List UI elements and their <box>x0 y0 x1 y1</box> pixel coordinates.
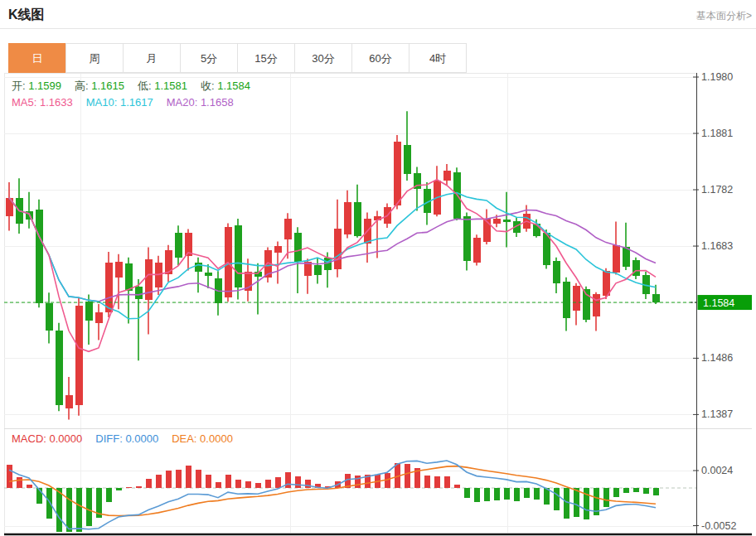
macd-histogram-bar <box>136 486 142 488</box>
macd-histogram-bar <box>295 476 301 488</box>
candle-up <box>65 395 73 408</box>
candle-up <box>115 262 123 278</box>
candle-down <box>553 261 560 283</box>
macd-histogram-bar <box>265 480 271 488</box>
macd-histogram-bar <box>206 475 211 488</box>
ma-info-row: MA5: 1.1633MA10: 1.1617MA20: 1.1658 <box>12 96 247 109</box>
macd-histogram-bar <box>176 470 182 488</box>
candle-down <box>125 263 133 290</box>
macd-histogram-bar <box>27 485 32 488</box>
macd-histogram-bar <box>584 488 589 519</box>
candle-down <box>205 273 212 276</box>
macd-histogram-bar <box>544 488 550 505</box>
macd-histogram-bar <box>534 488 540 500</box>
candle-up <box>613 245 620 272</box>
candle-up <box>443 171 451 181</box>
info-item: MA5: 1.1633 <box>12 96 73 109</box>
macd-histogram-bar <box>166 471 172 488</box>
candle-up <box>573 286 580 311</box>
candle-down <box>294 233 302 262</box>
macd-histogram-bar <box>235 480 241 488</box>
macd-histogram-bar <box>186 466 191 488</box>
candle-down <box>314 265 322 275</box>
macd-histogram-bar <box>76 488 82 532</box>
candle-up <box>284 219 292 239</box>
macd-histogram-bar <box>564 488 569 519</box>
macd-histogram-bar <box>474 488 480 502</box>
info-item: DIFF: 0.0000 <box>95 432 158 445</box>
kline-page: { "header": { "title": "K线图", "analysis_… <box>0 0 756 536</box>
candle-up <box>274 246 282 253</box>
candle-down <box>56 331 63 406</box>
candle-down <box>46 303 53 330</box>
candle-down <box>135 287 143 299</box>
macd-histogram-bar <box>146 479 152 488</box>
macd-histogram-bar <box>255 483 261 488</box>
candle-up <box>334 229 342 268</box>
info-item: 高: 1.1615 <box>75 80 124 92</box>
macd-info-row: MACD: 0.0000DIFF: 0.0000DEA: 0.0000 <box>12 432 246 445</box>
candle-down <box>235 225 242 288</box>
axis-tick-label: 1.1387 <box>701 408 733 420</box>
macd-histogram-bar <box>275 477 281 488</box>
macd-histogram-bar <box>305 480 311 488</box>
info-item: MA20: 1.1658 <box>167 96 234 109</box>
candle-up <box>473 238 481 263</box>
candle-up <box>75 306 83 405</box>
info-item: MA10: 1.1617 <box>86 96 153 109</box>
macd-histogram-bar <box>126 487 132 488</box>
candle-up <box>593 294 600 316</box>
candle-up <box>145 259 153 300</box>
macd-histogram-bar <box>86 488 92 526</box>
axis-tick-label: 1.1683 <box>701 240 733 252</box>
macd-histogram-bar <box>514 488 520 501</box>
macd-histogram-bar <box>434 476 440 488</box>
macd-histogram-bar <box>464 488 470 498</box>
candle-down <box>195 263 202 272</box>
macd-histogram-bar <box>216 482 221 488</box>
macd-histogram-bar <box>7 465 12 488</box>
candle-up <box>105 263 113 312</box>
candle-down <box>463 216 471 261</box>
candle-up <box>394 142 401 206</box>
info-item: 开: 1.1599 <box>12 80 61 92</box>
candle-down <box>404 145 411 173</box>
macd-histogram-bar <box>444 476 450 488</box>
macd-histogram-bar <box>504 488 510 500</box>
macd-histogram-bar <box>245 481 251 488</box>
axis-tick-label: 1.1782 <box>701 184 733 196</box>
macd-histogram-bar <box>643 488 649 494</box>
macd-histogram-bar <box>156 475 162 488</box>
axis-tick-label: 1.1881 <box>701 128 733 139</box>
macd-histogram-bar <box>494 488 500 500</box>
macd-histogram-bar <box>633 488 639 492</box>
macd-histogram-bar <box>603 488 609 507</box>
macd-histogram-bar <box>574 488 579 517</box>
macd-histogram-bar <box>66 488 72 532</box>
ohlc-info-row: 开: 1.1599高: 1.1615低: 1.1581收: 1.1584 <box>12 79 264 94</box>
candle-up <box>603 271 610 296</box>
macd-histogram-bar <box>484 488 490 501</box>
axis-tick-label: 1.1486 <box>701 352 733 364</box>
macd-histogram-bar <box>405 464 410 488</box>
candle-down <box>563 282 570 318</box>
macd-histogram-bar <box>653 488 659 495</box>
candle-down <box>85 302 93 321</box>
macd-histogram-bar <box>196 470 201 488</box>
candle-down <box>503 220 511 222</box>
candle-down <box>36 210 43 303</box>
candle-down <box>652 294 660 302</box>
candle-down <box>175 233 182 258</box>
macd-histogram-bar <box>17 477 22 488</box>
macd-histogram-bar <box>355 476 361 488</box>
macd-histogram-bar <box>225 475 231 488</box>
macd-histogram-bar <box>106 488 112 502</box>
candle-up <box>344 202 351 234</box>
axis-tick-label: 1.1980 <box>701 71 733 83</box>
macd-histogram-bar <box>554 488 560 510</box>
macd-histogram-bar <box>454 485 460 488</box>
candle-up <box>493 219 501 224</box>
macd-histogram-bar <box>613 488 619 497</box>
info-item: 低: 1.1581 <box>138 80 187 92</box>
info-item: 收: 1.1584 <box>201 80 250 92</box>
